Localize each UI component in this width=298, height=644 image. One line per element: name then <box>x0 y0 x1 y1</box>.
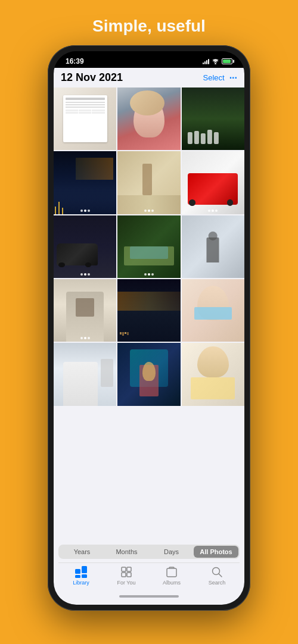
phone-frame: 16:39 12 Nov 2021 <box>48 45 250 611</box>
photo-grid-container[interactable] <box>54 87 244 541</box>
photo-cell[interactable] <box>182 343 244 405</box>
more-button[interactable]: ··· <box>229 73 237 83</box>
tab-search[interactable]: Search <box>202 565 232 586</box>
status-icons <box>203 58 232 64</box>
tab-albums-label: Albums <box>163 580 181 586</box>
bottom-controls: Years Months Days All Photos <box>54 541 244 605</box>
svg-rect-7 <box>122 573 126 577</box>
photos-date: 12 Nov 2021 <box>61 71 123 84</box>
svg-rect-8 <box>127 573 131 577</box>
tab-bar: Library For You <box>58 562 240 590</box>
photo-cell[interactable] <box>117 87 180 150</box>
phone-screen: 16:39 12 Nov 2021 <box>54 51 244 605</box>
photo-cell[interactable] <box>54 279 116 342</box>
home-bar <box>119 595 179 598</box>
view-segmented-control: Years Months Days All Photos <box>58 545 240 559</box>
svg-rect-4 <box>82 574 87 578</box>
tab-albums[interactable]: Albums <box>157 565 187 586</box>
photo-grid <box>54 87 244 406</box>
status-time: 16:39 <box>66 57 84 65</box>
tab-search-label: Search <box>209 580 226 586</box>
select-button[interactable]: Select <box>203 73 225 82</box>
signal-icon <box>203 58 209 64</box>
photo-cell[interactable] <box>117 343 180 405</box>
photo-cell[interactable] <box>182 87 244 150</box>
notch <box>113 51 185 64</box>
svg-rect-1 <box>75 569 80 574</box>
photo-cell[interactable] <box>54 87 116 150</box>
photo-cell[interactable] <box>117 151 180 214</box>
albums-icon <box>165 565 178 579</box>
svg-point-0 <box>215 63 216 64</box>
photo-cell[interactable] <box>182 279 244 342</box>
app-tagline: Simple, useful <box>92 17 206 36</box>
home-indicator <box>58 590 240 602</box>
tab-for-you-label: For You <box>117 580 135 586</box>
svg-rect-3 <box>75 575 80 578</box>
tab-library-label: Library <box>73 580 89 586</box>
photo-cell[interactable] <box>54 343 116 405</box>
photo-cell[interactable] <box>117 279 180 342</box>
svg-rect-2 <box>82 566 87 573</box>
photo-cell[interactable] <box>54 151 116 214</box>
tab-for-you[interactable]: For You <box>111 565 141 586</box>
tab-library[interactable]: Library <box>66 565 96 586</box>
for-you-icon <box>120 565 133 579</box>
search-icon <box>210 565 224 579</box>
photo-cell[interactable] <box>182 215 244 278</box>
years-button[interactable]: Years <box>60 546 104 558</box>
svg-rect-6 <box>127 567 131 571</box>
wifi-icon <box>212 58 219 64</box>
photo-cell[interactable] <box>117 215 180 278</box>
days-button[interactable]: Days <box>149 546 194 558</box>
all-photos-button[interactable]: All Photos <box>194 546 238 558</box>
photo-cell[interactable] <box>54 215 116 278</box>
svg-rect-9 <box>167 568 176 577</box>
months-button[interactable]: Months <box>104 546 149 558</box>
library-icon <box>74 565 88 579</box>
svg-rect-5 <box>122 567 126 571</box>
photos-header: 12 Nov 2021 Select ··· <box>54 68 244 87</box>
photo-cell[interactable] <box>182 151 244 214</box>
battery-icon <box>222 58 232 64</box>
